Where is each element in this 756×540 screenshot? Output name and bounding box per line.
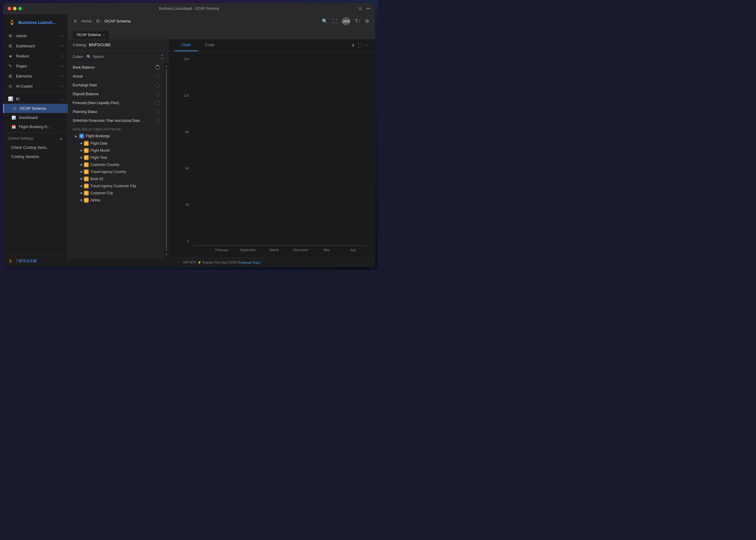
- tab-ocap-schema[interactable]: OCAP Schema ✕: [73, 31, 109, 39]
- cube-radio-deposit-balance[interactable]: [155, 92, 160, 96]
- sidebar-item-flight-booking[interactable]: 📅 Flight Booking D...: [3, 122, 68, 131]
- tab-close-icon[interactable]: ✕: [103, 33, 105, 37]
- dim-dot-2: [80, 150, 82, 151]
- sidebar-item-ocap-schema[interactable]: 🗃 OCAP Schema: [3, 104, 68, 113]
- pages-icon: ✎: [8, 64, 13, 68]
- dim-item-airline[interactable]: D Airline: [77, 197, 160, 204]
- schema-list: Bank Balance Actual Exchange Rate: [68, 63, 164, 258]
- cube-label-deposit-balance: Deposit Balance: [73, 92, 98, 96]
- scrollbar-up[interactable]: ▲: [165, 64, 168, 68]
- dim-item-flight-year[interactable]: D Flight Year: [77, 154, 160, 161]
- search-text[interactable]: Search: [93, 55, 104, 59]
- sidebar-brand: Business Launch...: [3, 14, 68, 31]
- more-options-icon[interactable]: ⋯: [365, 43, 369, 48]
- dim-item-customer-country[interactable]: D Customer Country: [77, 161, 160, 168]
- flight-bookings-label: Flight Bookings: [86, 134, 110, 138]
- cube-radio-s4hana[interactable]: [155, 118, 160, 123]
- minimize-button[interactable]: [13, 7, 17, 10]
- y-label-9k: 9K: [185, 130, 189, 134]
- dim-item-flight-date[interactable]: D Flight Date: [77, 140, 160, 147]
- schema-scrollbar[interactable]: ▲ ▼: [164, 63, 168, 258]
- entity-flight-bookings[interactable]: ▶ E Flight Bookings: [73, 132, 160, 140]
- close-button[interactable]: [8, 7, 11, 10]
- flight-year-label: Flight Year: [90, 156, 107, 160]
- sidebar-item-bi[interactable]: 📊 BI ▴: [3, 94, 68, 104]
- dim-item-book-id[interactable]: D Book ID: [77, 175, 160, 183]
- bi-label: BI: [16, 97, 58, 101]
- admin-label: Admin: [16, 34, 58, 38]
- dim-item-travel-agency-customer-city[interactable]: D Travel Agency Customer City: [77, 183, 160, 190]
- cube-item-actual[interactable]: Actual: [68, 72, 164, 81]
- footer-link[interactable]: Metad Team: [242, 261, 260, 264]
- d-badge-flight-month: D: [84, 148, 89, 153]
- cube-radio-bank-balance[interactable]: [155, 65, 160, 70]
- user-avatar[interactable]: U636: [342, 17, 350, 25]
- chart-panel: Chart Code ⬇ ⛶ ⋯: [168, 39, 375, 258]
- d-badge-flight-year: D: [84, 155, 89, 160]
- ai-copilot-arrow: ▾: [61, 84, 63, 88]
- footer-logo: [8, 258, 13, 263]
- download-icon[interactable]: ⬇: [351, 43, 355, 48]
- grid-line-40: [192, 170, 366, 170]
- dim-item-customer-city[interactable]: D Customer City: [77, 190, 160, 197]
- settings-icon[interactable]: ⚙: [365, 18, 369, 24]
- sidebar-item-pages[interactable]: ✎ Pages ▾: [3, 61, 68, 71]
- dim-item-flight-month[interactable]: D Flight Month: [77, 147, 160, 154]
- costing-variants-label: Costing Variants: [11, 154, 39, 159]
- fullscreen-icon[interactable]: ⛶: [358, 43, 362, 48]
- breadcrumb-bi[interactable]: BI: [96, 19, 100, 23]
- maximize-button[interactable]: [18, 7, 22, 10]
- cube-item-s4hana[interactable]: S/4HANA Financials: Plan and Actual Data: [68, 116, 164, 125]
- current-settings-header: Current Settings ▲: [3, 134, 68, 143]
- cube-label-actual: Actual: [73, 74, 82, 78]
- admin-icon: ⚙: [8, 33, 13, 38]
- y-label-0: 0: [187, 239, 189, 243]
- feature-icon: ◈: [8, 54, 13, 58]
- hamburger-icon[interactable]: ≡: [74, 19, 76, 24]
- d-badge-travel-agency-country: D: [84, 170, 89, 174]
- sidebar-item-admin[interactable]: ⚙ Admin ▾: [3, 31, 68, 41]
- cube-radio-exchange-rate[interactable]: [155, 83, 160, 87]
- scrollbar-thumb[interactable]: [166, 69, 167, 251]
- tab-chart[interactable]: Chart: [174, 39, 198, 51]
- sidebar-item-dashboard[interactable]: ⊞ Dashboard ▾: [3, 41, 68, 51]
- expand-icon[interactable]: ⛶: [333, 19, 337, 24]
- search-area[interactable]: 🔍 Search: [87, 55, 104, 59]
- breadcrumb-home[interactable]: Home: [81, 19, 92, 23]
- scroll-down-icon[interactable]: ▼: [161, 57, 163, 60]
- x-spacer: [192, 248, 207, 252]
- cube-radio-actual[interactable]: [155, 74, 160, 79]
- entity-section: Entity ($2CZCUBEFLIGHTBOOK) ▶ E Flight B…: [68, 125, 164, 205]
- sidebar-item-elements[interactable]: ⊞ Elements ▾: [3, 71, 68, 81]
- sidebar-item-costing-variants[interactable]: Costing Variants: [3, 152, 68, 161]
- y-label-15k: 15K: [183, 58, 189, 61]
- cube-item-bank-balance[interactable]: Bank Balance: [68, 63, 164, 72]
- cube-radio-forecast[interactable]: [155, 100, 160, 105]
- sidebar-item-bi-dashboard[interactable]: 📊 Dashboard: [3, 113, 68, 122]
- search-icon[interactable]: 🔍: [322, 18, 328, 24]
- cube-item-deposit-balance[interactable]: Deposit Balance: [68, 89, 164, 98]
- scrollbar-down[interactable]: ▼: [165, 253, 168, 257]
- cube-label-planning-status: Planning Status: [73, 110, 97, 114]
- cube-item-exchange-rate[interactable]: Exchange Rate: [68, 81, 164, 89]
- entity-title: Entity ($2CZCUBEFLIGHTBOOK): [73, 127, 160, 131]
- tab-code[interactable]: Code: [198, 39, 221, 51]
- cube-item-planning-status[interactable]: Planning Status: [68, 107, 164, 116]
- screen-icon[interactable]: ⧉: [359, 6, 362, 11]
- flight-booking-label: Flight Booking D...: [19, 124, 50, 129]
- cube-item-forecast[interactable]: Forecast (New Liquidity Plan): [68, 98, 164, 107]
- content-area: ≡ Home / BI / OCAP Schema 🔍 ⛶ U636 T↑ ⚙: [68, 14, 375, 267]
- chart-container: 15K 12K 9K 6K 3K 0: [168, 52, 375, 258]
- x-label-jul: July: [340, 248, 366, 252]
- bi-icon: 📊: [8, 96, 13, 101]
- scroll-up-icon[interactable]: ▲: [161, 53, 163, 57]
- typography-icon[interactable]: T↑: [355, 19, 360, 24]
- ellipsis-icon[interactable]: •••: [366, 6, 370, 11]
- sidebar-item-check-costing[interactable]: Check Costing Varia...: [3, 143, 68, 152]
- ai-copilot-label: AI Copilot: [16, 84, 58, 88]
- sidebar-item-feature[interactable]: ◈ Feature ▾: [3, 51, 68, 61]
- cube-radio-planning-status[interactable]: [155, 109, 160, 114]
- sidebar-item-ai-copilot[interactable]: ◎ AI Copilot ▾: [3, 81, 68, 91]
- flight-month-label: Flight Month: [90, 148, 110, 153]
- dim-item-travel-agency-country[interactable]: D Travel Agency Country: [77, 168, 160, 175]
